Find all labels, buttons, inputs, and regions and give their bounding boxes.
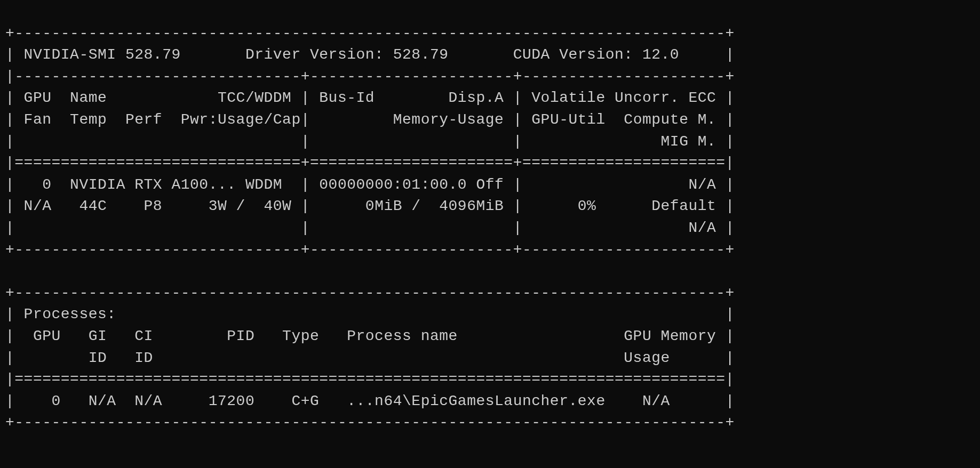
col-mem: Memory-Usage: [310, 111, 504, 128]
border-sep1: |-------------------------------+-------…: [5, 68, 735, 85]
border-pipe: |: [5, 393, 14, 409]
border-top2: +---------------------------------------…: [5, 285, 735, 301]
col-compute: GPU-Util Compute M.: [531, 111, 716, 128]
col-bus: Bus-Id Disp.A: [319, 90, 504, 106]
border-pipe: |: [716, 176, 735, 193]
border-pipe: |: [716, 198, 735, 214]
col-empty1: [24, 133, 292, 150]
gpu-mem-line: 0MiB / 4096MiB: [319, 198, 504, 214]
gpu-bus-line: 00000000:01:00.0 Off: [319, 176, 504, 193]
border-pipe: |: [291, 90, 319, 106]
col-gpu: GPU Name TCC/WDDM: [24, 90, 292, 106]
gpu-util-line: 0% Default: [531, 198, 716, 214]
border-bottom2: +---------------------------------------…: [5, 414, 735, 431]
gpu-device-line1: 0 NVIDIA RTX A100... WDDM: [24, 176, 292, 193]
border-pipe: |: [504, 90, 531, 106]
col-mig: MIG M.: [531, 133, 716, 150]
border-pipe: |: [504, 111, 531, 128]
border-bottom1: +-------------------------------+-------…: [5, 241, 735, 258]
border-pipe: |: [291, 198, 319, 214]
border-pipe: |: [5, 176, 24, 193]
border-pipe: |: [291, 176, 319, 193]
border-sep2: |===============================+=======…: [5, 155, 735, 171]
proc-header1: GPU GI CI PID Type Process name GPU Memo…: [14, 328, 725, 344]
border-pipe: |: [5, 133, 24, 150]
border-pipe: |: [504, 176, 531, 193]
proc-row: 0 N/A N/A 17200 C+G ...n64\EpicGamesLaun…: [14, 393, 725, 409]
cuda-version: CUDA Version: 12.0: [513, 46, 726, 63]
gpu-ecc-line: N/A: [531, 176, 716, 193]
border-pipe: |: [716, 90, 735, 106]
col-ecc: Volatile Uncorr. ECC: [531, 90, 716, 106]
border-pipe: |: [301, 111, 310, 128]
gpu-empty-line1: [24, 220, 292, 236]
border-pipe: |: [504, 220, 531, 236]
proc-header2: ID ID Usage: [14, 350, 725, 366]
border-pipe: |: [716, 111, 735, 128]
border-top: +---------------------------------------…: [5, 25, 735, 42]
border-pipe: |: [291, 133, 319, 150]
border-pipe: |: [726, 328, 735, 344]
border-sep3: |=======================================…: [5, 371, 735, 388]
col-empty2: [319, 133, 504, 150]
border-pipe: |: [504, 133, 531, 150]
gpu-empty-line2: [319, 220, 504, 236]
border-pipe: |: [5, 90, 24, 106]
border-pipe: |: [5, 328, 14, 344]
border-pipe: |: [5, 306, 24, 322]
nvidia-smi-version: NVIDIA-SMI 528.79: [24, 46, 245, 63]
border-pipe: |: [5, 220, 24, 236]
border-pipe: |: [726, 350, 735, 366]
border-pipe: |: [504, 198, 531, 214]
driver-version: Driver Version: 528.79: [245, 46, 513, 63]
border-pipe: |: [291, 220, 319, 236]
processes-title: Processes:: [24, 306, 726, 322]
border-pipe: |: [726, 306, 735, 322]
border-pipe: |: [5, 198, 24, 214]
gpu-fan-temp-line: N/A 44C P8 3W / 40W: [24, 198, 292, 214]
border-pipe: |: [5, 350, 14, 366]
gpu-mig-line: N/A: [531, 220, 716, 236]
border-pipe: |: [716, 220, 735, 236]
border-pipe: |: [726, 393, 735, 409]
border-pipe: |: [726, 46, 735, 63]
border-pipe: |: [716, 133, 735, 150]
border-pipe: |: [5, 46, 24, 63]
col-fan: Fan Temp Perf Pwr:Usage/Cap: [24, 111, 301, 128]
border-pipe: |: [5, 111, 24, 128]
